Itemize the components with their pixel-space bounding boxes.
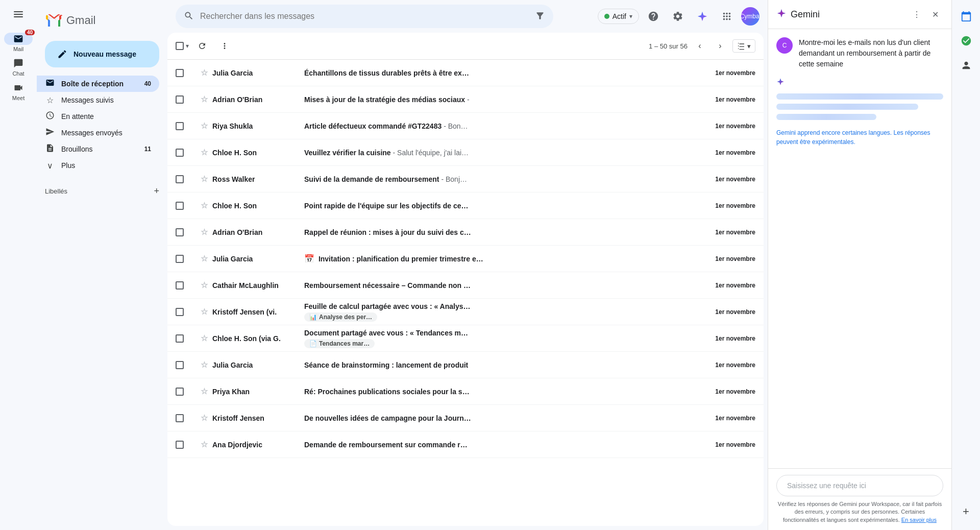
- settings-button[interactable]: [668, 6, 688, 27]
- search-input[interactable]: [200, 12, 529, 21]
- starred-label: Messages suivis: [61, 96, 114, 104]
- email-row[interactable]: ☆ Kristoff Jensen De nouvelles idées de …: [167, 405, 764, 431]
- email-date: 1er novembre: [715, 176, 755, 183]
- gemini-button[interactable]: [692, 6, 713, 27]
- sidebar-item-chat[interactable]: Chat: [0, 55, 37, 80]
- contacts-icon-button[interactable]: [956, 55, 976, 76]
- learn-more-link[interactable]: En savoir plus: [901, 517, 937, 523]
- email-subject: Séance de brainstorming : lancement de p…: [304, 361, 468, 369]
- row-checkbox[interactable]: [176, 414, 184, 422]
- email-row[interactable]: ☆ Ross Walker Suivi de la demande de rem…: [167, 166, 764, 192]
- nav-sent[interactable]: Messages envoyés: [37, 125, 159, 141]
- email-row[interactable]: ☆ Chloe H. Son (via G. Document partagé …: [167, 325, 764, 352]
- email-subject: Rappel de réunion : mises à jour du suiv…: [304, 228, 471, 236]
- status-indicator[interactable]: Actif ▾: [598, 9, 639, 24]
- star-icon[interactable]: ☆: [201, 414, 208, 422]
- prev-page-button[interactable]: ‹: [692, 38, 708, 54]
- sidebar-item-mail[interactable]: 40 Mail: [0, 31, 37, 55]
- next-page-button[interactable]: ›: [712, 38, 728, 54]
- nav-starred[interactable]: ☆ Messages suivis: [37, 92, 159, 108]
- help-button[interactable]: [643, 6, 664, 27]
- gemini-close-button[interactable]: ✕: [927, 6, 943, 22]
- email-subject: Ré: Prochaines publications sociales pou…: [304, 388, 470, 396]
- gemini-input[interactable]: Saisissez une requête ici: [776, 475, 943, 496]
- star-icon[interactable]: ☆: [201, 254, 208, 263]
- row-checkbox[interactable]: [176, 388, 184, 396]
- row-checkbox[interactable]: [176, 149, 184, 157]
- nav-inbox[interactable]: Boîte de réception 40: [37, 76, 159, 92]
- sender-name: Priya Khan: [212, 388, 250, 396]
- star-icon[interactable]: ☆: [201, 281, 208, 290]
- email-row[interactable]: ☆ Chloe H. Son Point rapide de l'équipe …: [167, 192, 764, 219]
- refresh-button[interactable]: [193, 37, 211, 55]
- star-icon[interactable]: ☆: [201, 334, 208, 343]
- sender-name: Ana Djordjevic: [212, 441, 262, 449]
- star-icon[interactable]: ☆: [201, 228, 208, 236]
- email-row[interactable]: ☆ Adrian O'Brian Mises à jour de la stra…: [167, 86, 764, 113]
- nav-more[interactable]: ∨ Plus: [37, 157, 159, 174]
- sender-name: Adrian O'Brian: [212, 228, 262, 236]
- user-avatar[interactable]: Cymbal: [741, 7, 760, 26]
- row-checkbox[interactable]: [176, 228, 184, 236]
- apps-button[interactable]: [717, 6, 737, 27]
- star-icon[interactable]: ☆: [201, 95, 208, 104]
- hamburger-button[interactable]: [8, 4, 29, 25]
- more-options-button[interactable]: [215, 37, 234, 55]
- star-icon[interactable]: ☆: [201, 122, 208, 130]
- star-icon[interactable]: ☆: [201, 307, 208, 316]
- gemini-title: Gemini: [791, 9, 820, 20]
- email-row[interactable]: ☆ Priya Khan Ré: Prochaines publications…: [167, 378, 764, 405]
- row-checkbox[interactable]: [176, 281, 184, 290]
- add-label-button[interactable]: +: [154, 186, 159, 197]
- view-toggle[interactable]: ▾: [732, 39, 755, 53]
- row-checkbox[interactable]: [176, 69, 184, 77]
- compose-button[interactable]: Nouveau message: [45, 41, 159, 67]
- email-subject: Point rapide de l'équipe sur les objecti…: [304, 202, 469, 210]
- gemini-menu-button[interactable]: ⋮: [909, 6, 925, 22]
- status-label: Actif: [612, 12, 626, 20]
- email-row[interactable]: ☆ Julia Garcia 📅 Invitation : planificat…: [167, 246, 764, 272]
- row-checkbox[interactable]: [176, 95, 184, 104]
- email-row[interactable]: ☆ Adrian O'Brian Rappel de réunion : mis…: [167, 219, 764, 246]
- star-icon[interactable]: ☆: [201, 440, 208, 449]
- email-date: 1er novembre: [715, 335, 755, 342]
- add-app-button[interactable]: +: [956, 501, 976, 522]
- star-icon[interactable]: ☆: [201, 360, 208, 369]
- search-filter-icon[interactable]: [535, 11, 545, 22]
- row-checkbox[interactable]: [176, 122, 184, 130]
- nav-snoozed[interactable]: En attente: [37, 108, 159, 125]
- sidebar-item-meet[interactable]: Meet: [0, 80, 37, 104]
- sender-name: Chloe H. Son: [212, 202, 257, 210]
- row-checkbox[interactable]: [176, 334, 184, 343]
- row-checkbox[interactable]: [176, 202, 184, 210]
- email-subject: Veuillez vérifier la cuisine: [304, 149, 391, 157]
- email-row[interactable]: ☆ Ana Djordjevic Demande de remboursemen…: [167, 431, 764, 458]
- gemini-input-placeholder: Saisissez une requête ici: [787, 481, 933, 490]
- select-all-checkbox[interactable]: [176, 42, 184, 50]
- email-row[interactable]: ☆ Julia Garcia Échantillons de tissus du…: [167, 60, 764, 86]
- star-icon[interactable]: ☆: [201, 175, 208, 183]
- star-icon[interactable]: ☆: [201, 68, 208, 77]
- email-row[interactable]: ☆ Chloe H. Son Veuillez vérifier la cuis…: [167, 139, 764, 166]
- row-checkbox[interactable]: [176, 361, 184, 369]
- select-dropdown-button[interactable]: ▾: [186, 42, 189, 50]
- star-icon[interactable]: ☆: [201, 201, 208, 210]
- star-icon[interactable]: ☆: [201, 148, 208, 157]
- email-date: 1er novembre: [715, 69, 755, 77]
- sender-name: Julia Garcia: [212, 361, 253, 369]
- row-checkbox[interactable]: [176, 441, 184, 449]
- star-icon[interactable]: ☆: [201, 387, 208, 396]
- user-query-text: Montre-moi les e-mails non lus d'un clie…: [799, 37, 943, 69]
- search-bar[interactable]: [176, 5, 553, 28]
- nav-drafts[interactable]: Brouillons 11: [37, 141, 159, 157]
- email-subject: Demande de remboursement sur commande r…: [304, 441, 468, 449]
- email-row[interactable]: ☆ Kristoff Jensen (vi. Feuille de calcul…: [167, 299, 764, 325]
- tasks-icon-button[interactable]: [956, 31, 976, 51]
- row-checkbox[interactable]: [176, 308, 184, 316]
- row-checkbox[interactable]: [176, 255, 184, 263]
- row-checkbox[interactable]: [176, 175, 184, 183]
- email-row[interactable]: ☆ Cathair McLaughlin Remboursement néces…: [167, 272, 764, 299]
- calendar-icon-button[interactable]: [956, 6, 976, 27]
- email-row[interactable]: ☆ Riya Shukla Article défectueux command…: [167, 113, 764, 139]
- email-row[interactable]: ☆ Julia Garcia Séance de brainstorming :…: [167, 352, 764, 378]
